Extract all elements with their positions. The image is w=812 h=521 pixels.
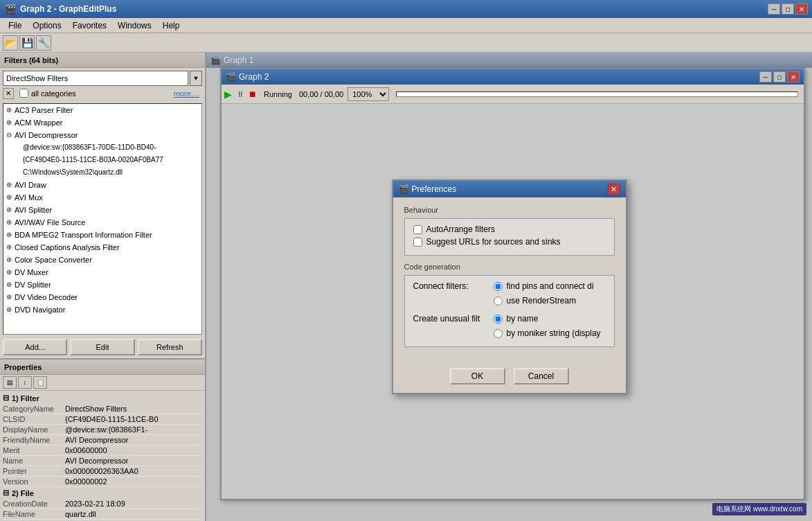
autoarrange-checkbox[interactable] — [413, 225, 422, 234]
menu-file[interactable]: File — [3, 19, 27, 32]
graph2-maximize-button[interactable]: □ — [773, 71, 786, 82]
graph2-minimize-button[interactable]: ─ — [759, 71, 772, 82]
by-name-radio[interactable] — [494, 315, 503, 324]
properties-title: Properties — [0, 360, 205, 375]
list-item[interactable]: C:\Windows\System32\quartz.dll — [3, 166, 201, 179]
clear-search-button[interactable]: ✕ — [3, 88, 14, 99]
dialog-body: Behaviour AutoArrange filters Suggest UR… — [393, 197, 626, 362]
all-categories-label[interactable]: all categories — [19, 89, 76, 98]
render-stream-row: use RenderStream — [494, 296, 594, 306]
pause-button[interactable]: ⏸ — [236, 89, 244, 99]
list-item[interactable]: ⊕ ACM Wrapper — [3, 116, 201, 129]
render-stream-label: use RenderStream — [507, 296, 577, 306]
properties-toolbar: ▤ ↕ 📋 — [0, 375, 205, 391]
edit-filter-button[interactable]: Edit — [70, 339, 134, 355]
suggest-urls-checkbox[interactable] — [413, 238, 422, 247]
filters-panel-title: Filters (64 bits) — [0, 53, 205, 68]
expand-icon: ⊕ — [6, 304, 12, 315]
props-row: Pointer 0x000000026363AA0 — [3, 466, 202, 477]
create-radio-group: by name by moniker string (display — [494, 314, 601, 341]
graph2-controls: ─ □ ✕ — [759, 71, 800, 82]
open-button[interactable]: 📂 — [3, 35, 18, 51]
dropdown-arrow-icon[interactable]: ▼ — [190, 71, 202, 86]
seek-bar[interactable] — [396, 91, 798, 97]
refresh-filter-button[interactable]: Refresh — [138, 339, 202, 355]
app-title: Graph 2 - GraphEditPlus — [20, 4, 116, 14]
menu-bar: File Options Favorites Windows Help — [0, 18, 812, 33]
list-item[interactable]: @device:sw:{083863F1-70DE-11D0-BD40- — [3, 141, 201, 154]
by-moniker-row: by moniker string (display — [494, 328, 601, 338]
add-filter-button[interactable]: Add... — [3, 339, 67, 355]
by-moniker-radio[interactable] — [494, 329, 503, 338]
minimize-button[interactable]: ─ — [768, 3, 780, 15]
props-row: FileName quartz.dll — [3, 509, 202, 520]
expand-icon: ⊕ — [6, 179, 12, 191]
props-row: FriendlyName AVI Decompressor — [3, 435, 202, 445]
filter-category-dropdown[interactable]: DirectShow Filters — [3, 71, 188, 86]
list-item[interactable]: ⊕ DV Muxer — [3, 266, 201, 279]
list-item[interactable]: ⊕ BDA MPEG2 Transport Information Filter — [3, 229, 201, 241]
list-item[interactable]: ⊕ AC3 Parser Filter — [3, 104, 201, 116]
dialog-close-button[interactable]: ✕ — [608, 184, 620, 195]
autoarrange-row: AutoArrange filters — [413, 224, 606, 234]
dialog-titlebar: 🎬 Preferences ✕ — [393, 181, 626, 197]
list-item[interactable]: ⊕ DVD Navigator — [3, 303, 201, 316]
list-item[interactable]: ⊕ Closed Captions Analysis Filter — [3, 241, 201, 254]
find-pins-radio[interactable] — [494, 282, 503, 291]
menu-favorites[interactable]: Favorites — [67, 19, 112, 32]
expand-icon: ⊕ — [6, 117, 12, 128]
props-sort-btn[interactable]: ↕ — [18, 376, 32, 389]
menu-windows[interactable]: Windows — [112, 19, 157, 32]
menu-options[interactable]: Options — [27, 19, 66, 32]
zoom-selector[interactable]: 100% 50% 200% — [348, 87, 389, 101]
list-item[interactable]: ⊕ Color Space Converter — [3, 254, 201, 266]
behaviour-section: AutoArrange filters Suggest URLs for sou… — [404, 218, 615, 256]
connect-filters-label: Connect filters: — [413, 281, 489, 291]
list-item[interactable]: ⊕ AVI Draw — [3, 179, 201, 191]
stop-button[interactable]: ⏹ — [249, 89, 257, 99]
menu-help[interactable]: Help — [157, 19, 186, 32]
expand-icon: ⊕ — [6, 267, 12, 278]
expand-icon: ⊕ — [6, 192, 12, 203]
props-categorize-btn[interactable]: ▤ — [3, 376, 17, 389]
time-display: 00,00 / 00,00 — [299, 90, 343, 98]
props-section-file[interactable]: ⊟ 2) File — [3, 488, 202, 497]
maximize-button[interactable]: □ — [782, 3, 794, 15]
cancel-button[interactable]: Cancel — [514, 368, 569, 385]
list-item[interactable]: ⊕ DV Splitter — [3, 279, 201, 291]
save-button[interactable]: 💾 — [19, 35, 35, 51]
props-extra-btn[interactable]: 📋 — [33, 376, 47, 389]
props-row: Name AVI Decompressor — [3, 456, 202, 466]
filter-tree-list[interactable]: ⊕ AC3 Parser Filter ⊕ ACM Wrapper ⊖ AVI … — [3, 103, 202, 335]
find-pins-row: find pins and connect di — [494, 281, 594, 291]
properties-table: ⊟ 1) Filter CategoryName DirectShow Filt… — [0, 391, 205, 521]
code-gen-section-label: Code generation — [404, 263, 615, 271]
graph2-titlebar: 🎬 Graph 2 ─ □ ✕ — [222, 69, 804, 85]
more-link[interactable]: more.... — [174, 89, 199, 98]
expand-icon: ⊕ — [6, 204, 12, 215]
render-stream-radio[interactable] — [494, 297, 503, 306]
list-item[interactable]: ⊕ AVI/WAV File Source — [3, 216, 201, 229]
graph2-close-button[interactable]: ✕ — [787, 71, 800, 82]
list-item[interactable]: ⊖ AVI Decompressor — [3, 129, 201, 141]
all-categories-checkbox[interactable] — [19, 89, 28, 98]
expand-icon: ⊕ — [6, 217, 12, 228]
play-button[interactable]: ▶ — [224, 89, 232, 100]
expand-icon: ⊕ — [6, 105, 12, 116]
app-icon: 🎬 — [4, 3, 16, 15]
dialog-title: Preferences — [412, 184, 457, 194]
settings-toolbar-button[interactable]: 🔧 — [36, 35, 51, 51]
list-item[interactable]: ⊕ DV Video Decoder — [3, 291, 201, 303]
close-button[interactable]: ✕ — [795, 3, 808, 15]
filter-controls: DirectShow Filters ▼ ✕ all categories mo… — [0, 68, 205, 102]
list-item[interactable]: {CF49D4E0-1115-11CE-B03A-0020AF0BA77 — [3, 154, 201, 166]
properties-panel: Properties ▤ ↕ 📋 ⊟ 1) Filter CategoryNam… — [0, 358, 205, 521]
props-row: Merit 0x00600000 — [3, 445, 202, 456]
suggest-urls-label: Suggest URLs for sources and sinks — [426, 237, 561, 247]
props-section-filter[interactable]: ⊟ 1) Filter — [3, 394, 202, 403]
list-item[interactable]: ⊕ AVI Splitter — [3, 204, 201, 216]
ok-button[interactable]: OK — [450, 368, 505, 385]
connect-radio-group: find pins and connect di use RenderStrea… — [494, 281, 594, 308]
autoarrange-label: AutoArrange filters — [426, 224, 495, 234]
list-item[interactable]: ⊕ AVI Mux — [3, 191, 201, 204]
